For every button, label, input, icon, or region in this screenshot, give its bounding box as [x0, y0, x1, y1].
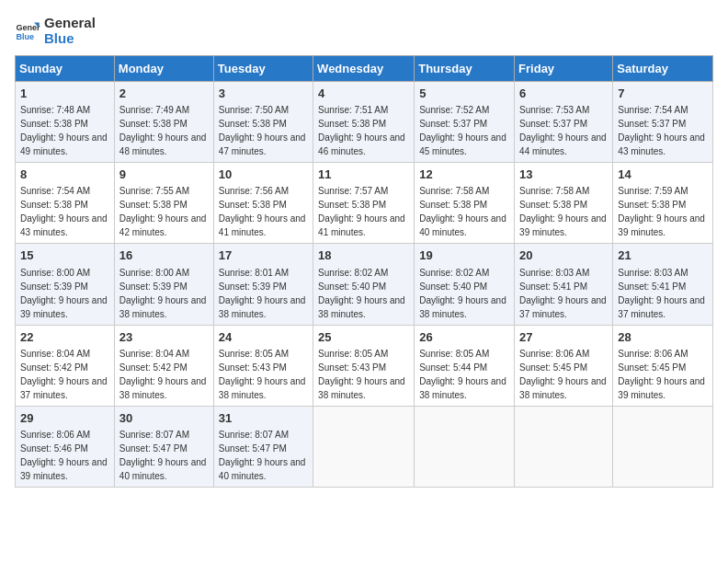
calendar-cell: 6Sunrise: 7:53 AMSunset: 5:37 PMDaylight…	[515, 82, 613, 163]
day-info: Sunrise: 8:00 AMSunset: 5:39 PMDaylight:…	[20, 268, 108, 319]
day-info: Sunrise: 7:51 AMSunset: 5:38 PMDaylight:…	[318, 105, 405, 156]
calendar-cell: 10Sunrise: 7:56 AMSunset: 5:38 PMDayligh…	[213, 163, 313, 244]
calendar-cell: 31Sunrise: 8:07 AMSunset: 5:47 PMDayligh…	[213, 406, 313, 487]
calendar-cell: 21Sunrise: 8:03 AMSunset: 5:41 PMDayligh…	[613, 244, 713, 325]
day-info: Sunrise: 7:49 AMSunset: 5:38 PMDaylight:…	[119, 105, 207, 156]
day-info: Sunrise: 7:56 AMSunset: 5:38 PMDaylight:…	[219, 186, 306, 237]
day-info: Sunrise: 8:06 AMSunset: 5:46 PMDaylight:…	[20, 430, 108, 481]
day-number: 26	[419, 329, 509, 346]
calendar-cell: 3Sunrise: 7:50 AMSunset: 5:38 PMDaylight…	[213, 82, 313, 163]
day-info: Sunrise: 7:54 AMSunset: 5:37 PMDaylight:…	[618, 105, 705, 156]
calendar-cell: 17Sunrise: 8:01 AMSunset: 5:39 PMDayligh…	[213, 244, 313, 325]
day-info: Sunrise: 8:02 AMSunset: 5:40 PMDaylight:…	[419, 268, 506, 319]
day-number: 15	[20, 247, 109, 264]
day-info: Sunrise: 8:04 AMSunset: 5:42 PMDaylight:…	[20, 349, 108, 400]
calendar-cell: 20Sunrise: 8:03 AMSunset: 5:41 PMDayligh…	[515, 244, 613, 325]
day-number: 13	[519, 167, 608, 183]
calendar-week-row: 15Sunrise: 8:00 AMSunset: 5:39 PMDayligh…	[16, 244, 713, 325]
calendar-cell: 5Sunrise: 7:52 AMSunset: 5:37 PMDaylight…	[415, 82, 515, 163]
calendar-header-row: SundayMondayTuesdayWednesdayThursdayFrid…	[16, 56, 713, 82]
day-info: Sunrise: 8:06 AMSunset: 5:45 PMDaylight:…	[519, 349, 607, 400]
calendar-cell: 25Sunrise: 8:05 AMSunset: 5:43 PMDayligh…	[313, 325, 415, 406]
day-number: 29	[20, 410, 109, 427]
calendar-cell: 9Sunrise: 7:55 AMSunset: 5:38 PMDaylight…	[114, 163, 213, 244]
day-info: Sunrise: 7:53 AMSunset: 5:37 PMDaylight:…	[519, 105, 607, 156]
calendar-cell: 27Sunrise: 8:06 AMSunset: 5:45 PMDayligh…	[515, 325, 613, 406]
calendar-week-row: 8Sunrise: 7:54 AMSunset: 5:38 PMDaylight…	[16, 163, 713, 244]
calendar-cell: 4Sunrise: 7:51 AMSunset: 5:38 PMDaylight…	[313, 82, 415, 163]
calendar-cell	[515, 406, 613, 487]
day-number: 24	[219, 329, 308, 346]
calendar-cell: 7Sunrise: 7:54 AMSunset: 5:37 PMDaylight…	[613, 82, 713, 163]
day-number: 11	[318, 167, 409, 183]
day-number: 21	[618, 247, 708, 264]
calendar-body: 1Sunrise: 7:48 AMSunset: 5:38 PMDaylight…	[16, 82, 713, 488]
day-info: Sunrise: 8:07 AMSunset: 5:47 PMDaylight:…	[219, 430, 306, 481]
day-number: 6	[519, 86, 608, 102]
day-number: 17	[219, 247, 308, 264]
day-number: 25	[318, 329, 409, 346]
day-info: Sunrise: 8:02 AMSunset: 5:40 PMDaylight:…	[318, 268, 405, 319]
logo-icon: General Blue	[15, 17, 40, 43]
logo-general: General	[44, 15, 96, 30]
day-number: 5	[419, 86, 509, 102]
calendar-cell: 14Sunrise: 7:59 AMSunset: 5:38 PMDayligh…	[613, 163, 713, 244]
day-info: Sunrise: 8:06 AMSunset: 5:45 PMDaylight:…	[618, 349, 705, 400]
day-number: 18	[318, 247, 409, 264]
day-info: Sunrise: 8:01 AMSunset: 5:39 PMDaylight:…	[219, 268, 306, 319]
day-number: 28	[618, 329, 708, 346]
day-info: Sunrise: 8:03 AMSunset: 5:41 PMDaylight:…	[519, 268, 607, 319]
calendar-cell: 13Sunrise: 7:58 AMSunset: 5:38 PMDayligh…	[515, 163, 613, 244]
calendar-cell: 12Sunrise: 7:58 AMSunset: 5:38 PMDayligh…	[415, 163, 515, 244]
calendar-cell: 2Sunrise: 7:49 AMSunset: 5:38 PMDaylight…	[114, 82, 213, 163]
calendar-cell: 23Sunrise: 8:04 AMSunset: 5:42 PMDayligh…	[114, 325, 213, 406]
calendar-cell: 28Sunrise: 8:06 AMSunset: 5:45 PMDayligh…	[613, 325, 713, 406]
day-number: 4	[318, 86, 409, 102]
calendar-cell: 29Sunrise: 8:06 AMSunset: 5:46 PMDayligh…	[16, 406, 115, 487]
day-info: Sunrise: 7:50 AMSunset: 5:38 PMDaylight:…	[219, 105, 306, 156]
day-number: 22	[20, 329, 109, 346]
logo: General Blue General Blue	[15, 15, 96, 46]
day-info: Sunrise: 8:04 AMSunset: 5:42 PMDaylight:…	[119, 349, 207, 400]
day-number: 7	[618, 86, 708, 102]
day-number: 14	[618, 167, 708, 183]
calendar-header-tuesday: Tuesday	[213, 56, 313, 82]
day-info: Sunrise: 7:48 AMSunset: 5:38 PMDaylight:…	[20, 105, 108, 156]
logo-blue: Blue	[44, 30, 96, 46]
day-number: 9	[119, 167, 209, 183]
day-number: 2	[119, 86, 209, 102]
calendar-cell: 18Sunrise: 8:02 AMSunset: 5:40 PMDayligh…	[313, 244, 415, 325]
calendar-cell	[313, 406, 415, 487]
day-info: Sunrise: 7:52 AMSunset: 5:37 PMDaylight:…	[419, 105, 506, 156]
day-info: Sunrise: 7:58 AMSunset: 5:38 PMDaylight:…	[419, 186, 506, 237]
day-number: 27	[519, 329, 608, 346]
day-info: Sunrise: 8:00 AMSunset: 5:39 PMDaylight:…	[119, 268, 207, 319]
day-number: 16	[119, 247, 209, 264]
calendar-cell: 8Sunrise: 7:54 AMSunset: 5:38 PMDaylight…	[16, 163, 115, 244]
calendar-header-thursday: Thursday	[415, 56, 515, 82]
calendar-header-monday: Monday	[114, 56, 213, 82]
day-info: Sunrise: 7:59 AMSunset: 5:38 PMDaylight:…	[618, 186, 705, 237]
calendar-table: SundayMondayTuesdayWednesdayThursdayFrid…	[15, 55, 713, 488]
calendar-cell	[415, 406, 515, 487]
day-number: 1	[20, 86, 109, 102]
day-number: 20	[519, 247, 608, 264]
calendar-cell: 15Sunrise: 8:00 AMSunset: 5:39 PMDayligh…	[16, 244, 115, 325]
day-number: 31	[219, 410, 308, 427]
calendar-cell: 30Sunrise: 8:07 AMSunset: 5:47 PMDayligh…	[114, 406, 213, 487]
day-number: 23	[119, 329, 209, 346]
calendar-header-wednesday: Wednesday	[313, 56, 415, 82]
calendar-cell: 22Sunrise: 8:04 AMSunset: 5:42 PMDayligh…	[16, 325, 115, 406]
day-info: Sunrise: 7:55 AMSunset: 5:38 PMDaylight:…	[119, 186, 207, 237]
day-number: 30	[119, 410, 209, 427]
calendar-cell: 24Sunrise: 8:05 AMSunset: 5:43 PMDayligh…	[213, 325, 313, 406]
calendar-cell: 26Sunrise: 8:05 AMSunset: 5:44 PMDayligh…	[415, 325, 515, 406]
calendar-header-sunday: Sunday	[16, 56, 115, 82]
day-number: 12	[419, 167, 509, 183]
calendar-cell: 16Sunrise: 8:00 AMSunset: 5:39 PMDayligh…	[114, 244, 213, 325]
day-number: 8	[20, 167, 109, 183]
calendar-week-row: 22Sunrise: 8:04 AMSunset: 5:42 PMDayligh…	[16, 325, 713, 406]
calendar-header-friday: Friday	[515, 56, 613, 82]
day-number: 3	[219, 86, 308, 102]
day-info: Sunrise: 7:54 AMSunset: 5:38 PMDaylight:…	[20, 186, 108, 237]
